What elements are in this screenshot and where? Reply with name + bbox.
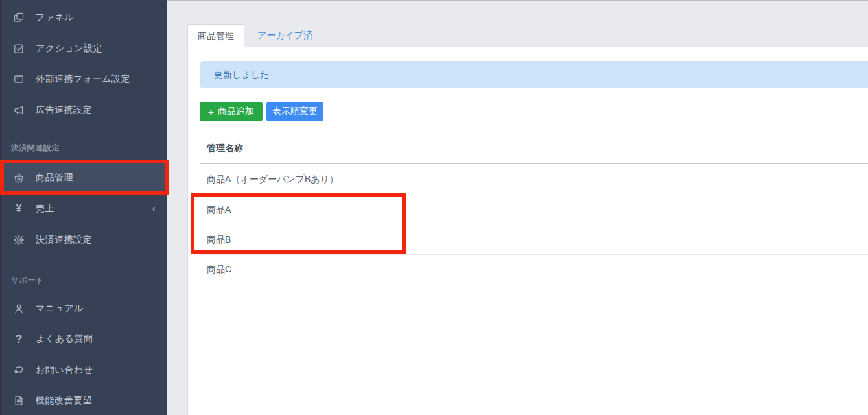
add-product-button[interactable]: + 商品追加	[200, 102, 263, 121]
sidebar-item-manual[interactable]: マニュアル	[0, 293, 167, 324]
chat-icon	[11, 364, 27, 377]
sidebar-item-label: 広告連携設定	[36, 104, 92, 116]
table-row[interactable]: 商品C	[200, 255, 868, 285]
chevron-left-icon[interactable]: ‹	[152, 203, 156, 215]
sidebar-item-external-form[interactable]: 外部連携フォーム設定	[0, 64, 167, 95]
sidebar-item-feature-request[interactable]: 機能改善要望	[0, 385, 167, 415]
gear-icon	[11, 233, 27, 246]
external-form-icon	[11, 73, 27, 86]
sidebar-item-label: アクション設定	[36, 43, 102, 54]
sidebar-item-ad-settings[interactable]: 広告連携設定	[0, 95, 167, 126]
sidebar-item-payment-integration[interactable]: 決済連携設定	[0, 224, 167, 255]
action-settings-icon	[11, 42, 27, 55]
sidebar-item-action-settings[interactable]: アクション設定	[0, 33, 167, 64]
basket-icon	[11, 171, 27, 184]
success-alert: 更新しました	[200, 61, 868, 88]
table-row[interactable]: 商品A	[200, 195, 868, 224]
megaphone-icon	[11, 104, 27, 117]
tab-product-management[interactable]: 商品管理	[187, 24, 244, 48]
sidebar-item-label: 売上	[36, 203, 54, 215]
person-icon	[11, 302, 27, 315]
question-icon: ?	[11, 333, 27, 346]
sidebar-item-funnel[interactable]: ファネル	[0, 2, 167, 33]
sidebar: ファネル アクション設定 外部連携フォーム設定 広告連携設定 決済関連設定	[0, 0, 167, 415]
sidebar-item-product-management[interactable]: 商品管理	[0, 162, 167, 193]
sidebar-item-label: 決済連携設定	[36, 234, 92, 246]
sidebar-item-label: マニュアル	[36, 303, 84, 314]
sidebar-section-payment-settings: 決済関連設定	[11, 143, 60, 154]
main-content: 商品管理 アーカイブ済 更新しました + 商品追加 表示順変更 管理名称 商品A…	[167, 0, 868, 415]
sidebar-item-contact[interactable]: お問い合わせ	[0, 355, 167, 386]
tab-archived[interactable]: アーカイブ済	[244, 24, 325, 47]
document-icon	[11, 394, 27, 407]
funnel-icon	[11, 11, 27, 24]
page: ファネル アクション設定 外部連携フォーム設定 広告連携設定 決済関連設定	[0, 0, 868, 415]
plus-icon: +	[208, 106, 214, 117]
reorder-button[interactable]: 表示順変更	[266, 102, 323, 121]
sidebar-item-label: お問い合わせ	[36, 364, 93, 376]
yen-icon: ¥	[11, 202, 27, 215]
product-table: 管理名称 商品A（オーダーバンプBあり） 商品A 商品B 商品C	[200, 132, 868, 285]
sidebar-item-label: 外部連携フォーム設定	[36, 73, 130, 85]
table-row[interactable]: 商品B	[200, 224, 868, 255]
product-management-panel: 更新しました + 商品追加 表示順変更 管理名称 商品A（オーダーバンプBあり）…	[187, 47, 868, 415]
table-row[interactable]: 商品A（オーダーバンプBあり）	[200, 164, 868, 195]
sidebar-item-label: ファネル	[36, 12, 74, 23]
table-header-name: 管理名称	[200, 132, 868, 164]
sidebar-item-label: よくある質問	[36, 333, 93, 345]
add-product-label: 商品追加	[218, 106, 254, 117]
sidebar-item-label: 商品管理	[36, 172, 73, 184]
sidebar-item-sales[interactable]: ¥ 売上 ‹	[0, 193, 167, 224]
sidebar-item-label: 機能改善要望	[36, 395, 92, 407]
sidebar-section-support: サポート	[11, 275, 44, 286]
sidebar-item-faq[interactable]: ? よくある質問	[0, 324, 167, 355]
